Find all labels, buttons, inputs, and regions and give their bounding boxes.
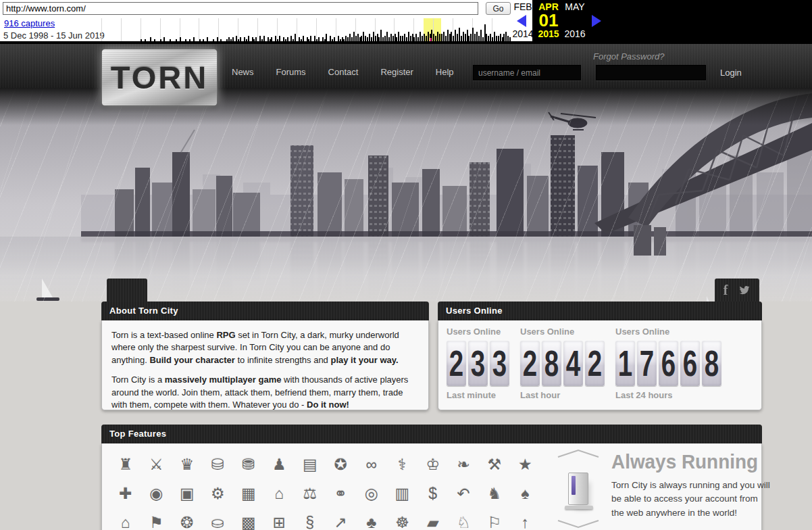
- capture-bar[interactable]: [410, 36, 411, 41]
- next-year-label[interactable]: 2016: [562, 28, 588, 39]
- capture-bar[interactable]: [363, 32, 364, 41]
- capture-bar[interactable]: [447, 30, 449, 41]
- capture-bar[interactable]: [468, 36, 470, 41]
- go-button[interactable]: Go: [486, 2, 511, 15]
- capture-bar[interactable]: [465, 34, 466, 41]
- forgot-password-link[interactable]: Forgot Password?: [593, 51, 665, 62]
- capture-bar[interactable]: [345, 36, 347, 41]
- capture-bar[interactable]: [472, 28, 474, 41]
- capture-bar[interactable]: [380, 30, 382, 41]
- capture-bar[interactable]: [390, 34, 392, 41]
- capture-bar[interactable]: [503, 34, 505, 41]
- capture-bar[interactable]: [369, 34, 370, 41]
- capture-bar[interactable]: [433, 34, 434, 41]
- capture-bar[interactable]: [248, 36, 249, 41]
- capture-bar[interactable]: [310, 36, 311, 41]
- capture-bar[interactable]: [474, 34, 476, 41]
- capture-bar[interactable]: [437, 32, 438, 41]
- capture-bar[interactable]: [375, 36, 376, 41]
- capture-bar[interactable]: [402, 36, 403, 41]
- torn-logo[interactable]: TORN: [101, 49, 218, 106]
- capture-bar[interactable]: [484, 24, 486, 41]
- capture-bar[interactable]: [412, 34, 413, 41]
- capture-bar[interactable]: [365, 36, 366, 41]
- capture-bar[interactable]: [500, 34, 501, 41]
- capture-bar[interactable]: [463, 32, 464, 41]
- capture-bar[interactable]: [353, 32, 355, 41]
- username-field[interactable]: [473, 65, 581, 80]
- prev-capture-arrow-icon[interactable]: [517, 15, 526, 27]
- capture-bar[interactable]: [415, 34, 417, 41]
- capture-bar[interactable]: [349, 34, 351, 41]
- capture-bar[interactable]: [441, 34, 442, 41]
- capture-bar[interactable]: [290, 36, 292, 41]
- capture-bar[interactable]: [400, 36, 401, 41]
- next-capture-arrow-icon[interactable]: [592, 15, 601, 27]
- capture-bar[interactable]: [467, 30, 468, 41]
- facebook-icon[interactable]: f: [724, 283, 728, 298]
- capture-bar[interactable]: [449, 34, 451, 41]
- capture-bar[interactable]: [451, 32, 452, 41]
- capture-bar[interactable]: [443, 32, 445, 41]
- capture-bar[interactable]: [377, 34, 378, 41]
- capture-timeline[interactable]: [101, 18, 511, 41]
- capture-bar[interactable]: [263, 36, 265, 41]
- capture-bar[interactable]: [338, 36, 339, 41]
- capture-bar[interactable]: [445, 36, 447, 41]
- capture-bar[interactable]: [386, 32, 388, 41]
- capture-bar[interactable]: [314, 36, 315, 41]
- capture-bar[interactable]: [461, 36, 462, 41]
- capture-bar[interactable]: [275, 36, 276, 41]
- carousel-up-icon[interactable]: [557, 449, 600, 458]
- capture-bar[interactable]: [426, 36, 427, 41]
- capture-bar[interactable]: [330, 36, 331, 41]
- capture-bar[interactable]: [459, 28, 460, 41]
- capture-bar[interactable]: [455, 30, 456, 41]
- nav-item-register[interactable]: Register: [380, 67, 413, 77]
- password-field[interactable]: [596, 65, 706, 80]
- capture-bar[interactable]: [303, 36, 304, 41]
- nav-item-news[interactable]: News: [232, 67, 254, 77]
- capture-bar[interactable]: [404, 34, 405, 41]
- nav-item-forums[interactable]: Forums: [276, 67, 306, 77]
- capture-bar[interactable]: [439, 34, 440, 41]
- capture-bar[interactable]: [480, 30, 482, 41]
- capture-bar[interactable]: [373, 32, 374, 41]
- capture-bar[interactable]: [488, 36, 489, 41]
- capture-bar[interactable]: [435, 36, 436, 41]
- login-button[interactable]: Login: [720, 68, 742, 78]
- nav-item-contact[interactable]: Contact: [328, 67, 359, 77]
- next-month-column[interactable]: MAY 2016: [562, 0, 588, 39]
- capture-bar[interactable]: [507, 36, 509, 41]
- capture-bar[interactable]: [392, 36, 394, 41]
- capture-bar[interactable]: [428, 32, 429, 41]
- capture-bar[interactable]: [398, 32, 399, 41]
- capture-bar[interactable]: [420, 32, 421, 41]
- nav-item-help[interactable]: Help: [436, 67, 454, 77]
- capture-bar[interactable]: [470, 34, 472, 41]
- capture-bar[interactable]: [361, 36, 362, 41]
- capture-bar[interactable]: [457, 34, 458, 41]
- twitter-icon[interactable]: [738, 284, 751, 296]
- capture-bar[interactable]: [236, 36, 237, 41]
- captures-link[interactable]: 916 captures: [4, 18, 55, 28]
- capture-bar[interactable]: [408, 32, 409, 41]
- capture-bar[interactable]: [478, 36, 480, 41]
- capture-bar[interactable]: [259, 36, 261, 41]
- capture-bar[interactable]: [326, 34, 327, 41]
- url-input[interactable]: [3, 2, 478, 15]
- carousel-down-icon[interactable]: [557, 519, 600, 529]
- capture-bar[interactable]: [424, 34, 425, 41]
- next-month-label[interactable]: MAY: [562, 1, 588, 12]
- capture-bar[interactable]: [476, 32, 478, 41]
- capture-bar[interactable]: [295, 34, 296, 41]
- capture-bar[interactable]: [422, 36, 423, 41]
- capture-bar[interactable]: [431, 30, 432, 41]
- capture-bar[interactable]: [496, 36, 497, 41]
- capture-bar[interactable]: [384, 36, 386, 41]
- capture-bar[interactable]: [453, 36, 454, 41]
- capture-bar[interactable]: [279, 36, 280, 41]
- capture-bar[interactable]: [357, 34, 359, 41]
- capture-bar[interactable]: [505, 32, 507, 41]
- capture-bar[interactable]: [395, 34, 396, 41]
